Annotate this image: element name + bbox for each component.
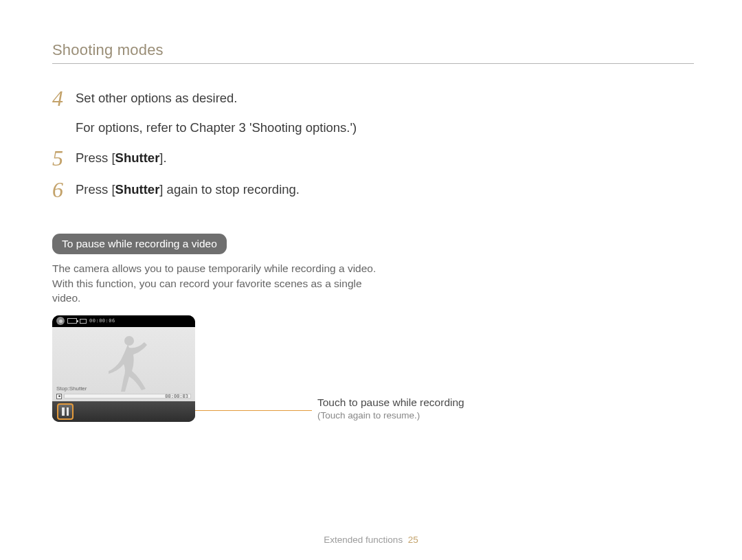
- video-mode-icon: [56, 317, 65, 325]
- pause-button[interactable]: [57, 403, 74, 420]
- page-footer: Extended functions 25: [0, 535, 742, 545]
- pause-icon: [62, 407, 65, 416]
- manual-page: Shooting modes 4 Set other options as de…: [0, 0, 742, 560]
- progress-track: 00:00:03: [64, 394, 191, 399]
- step-number: 5: [52, 147, 76, 169]
- subsection-paragraph: The camera allows you to pause temporari…: [52, 261, 382, 306]
- step-text: Set other options as desired.: [76, 87, 238, 108]
- record-indicator-icon: [56, 394, 62, 399]
- footer-page-number: 25: [408, 535, 418, 545]
- screen-illustration-row: 00:00:06 Stop:Shutter 00:00:03: [52, 315, 694, 422]
- screen-status-bar: 00:00:06: [52, 315, 195, 327]
- footer-section: Extended functions: [324, 535, 403, 545]
- step-text: Press [Shutter].: [76, 147, 167, 168]
- step-number: 6: [52, 179, 76, 201]
- pause-icon: [67, 407, 69, 416]
- callout-main-text: Touch to pause while recording: [317, 396, 464, 409]
- progress-bar: 00:00:03: [56, 394, 191, 399]
- elapsed-timer: 00:00:06: [89, 318, 115, 324]
- screen-touch-bar: [52, 401, 195, 422]
- stop-shutter-label: Stop:Shutter: [56, 385, 87, 392]
- callout: Touch to pause while recording (Touch ag…: [317, 396, 464, 422]
- step-text: Press [Shutter] again to stop recording.: [76, 179, 300, 199]
- step-6: 6 Press [Shutter] again to stop recordin…: [52, 179, 694, 201]
- callout-sub-text: (Touch again to resume.): [317, 410, 464, 421]
- step-5: 5 Press [Shutter].: [52, 147, 694, 169]
- battery-icon: [67, 318, 77, 324]
- skater-silhouette: [93, 333, 155, 399]
- callout-leader-line: [195, 410, 312, 411]
- card-icon: [80, 319, 87, 324]
- shutter-bold: Shutter: [115, 182, 160, 197]
- shutter-bold: Shutter: [115, 150, 160, 165]
- page-header-title: Shooting modes: [52, 41, 694, 59]
- step-number: 4: [52, 87, 76, 109]
- clip-timer: 00:00:03: [165, 394, 188, 399]
- step-4-sub: For options, refer to Chapter 3 'Shootin…: [76, 119, 694, 137]
- camera-screen-illustration: 00:00:06 Stop:Shutter 00:00:03: [52, 315, 195, 422]
- screen-viewport: Stop:Shutter 00:00:03: [52, 327, 195, 401]
- svg-point-0: [124, 336, 134, 346]
- header-rule: [52, 63, 694, 64]
- step-4: 4 Set other options as desired.: [52, 87, 694, 109]
- subsection-heading: To pause while recording a video: [52, 234, 227, 254]
